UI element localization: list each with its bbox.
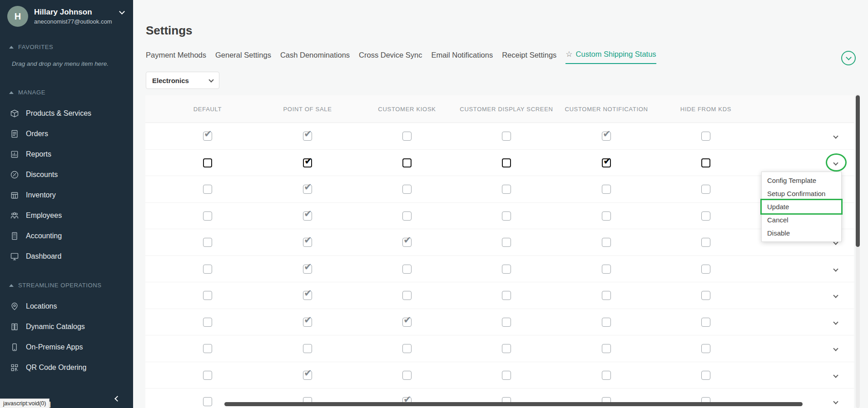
tab-custom-shipping-status[interactable]: ☆Custom Shipping Status xyxy=(565,50,656,64)
row-actions-chevron[interactable] xyxy=(831,133,840,142)
checkbox-customer-notification[interactable] xyxy=(602,318,611,327)
menu-item-setup-confirmation[interactable]: Setup Confirmation xyxy=(762,187,841,200)
checkbox-customer-display-screen[interactable] xyxy=(502,185,511,194)
checkbox-hide-from-kds[interactable] xyxy=(701,238,710,247)
checkbox-customer-display-screen[interactable] xyxy=(502,211,511,221)
checkbox-point-of-sale[interactable] xyxy=(303,211,312,221)
checkbox-customer-kiosk[interactable] xyxy=(402,185,412,194)
checkbox-default[interactable] xyxy=(203,265,212,274)
tab-email-notifications[interactable]: Email Notifications xyxy=(431,51,493,64)
chevron-down-icon[interactable] xyxy=(120,7,124,15)
menu-item-disable[interactable]: Disable xyxy=(762,226,841,240)
tab-general-settings[interactable]: General Settings xyxy=(215,51,271,64)
menu-item-update[interactable]: Update xyxy=(762,200,841,213)
checkbox-hide-from-kds[interactable] xyxy=(701,185,710,194)
checkbox-default[interactable] xyxy=(203,344,212,353)
row-actions-chevron[interactable] xyxy=(831,345,840,354)
checkbox-point-of-sale[interactable] xyxy=(303,371,312,380)
section-header-manage[interactable]: MANAGE xyxy=(0,89,133,96)
horizontal-scrollbar-thumb[interactable] xyxy=(224,402,803,406)
checkbox-hide-from-kds[interactable] xyxy=(701,291,710,300)
vertical-scrollbar-thumb[interactable] xyxy=(856,95,860,247)
tabs-overflow-chevron-button[interactable] xyxy=(841,51,856,65)
checkbox-customer-kiosk[interactable] xyxy=(402,265,412,274)
checkbox-customer-notification[interactable] xyxy=(602,238,611,247)
checkbox-customer-kiosk[interactable] xyxy=(402,291,412,300)
checkbox-customer-kiosk[interactable] xyxy=(402,238,412,247)
tab-receipt-settings[interactable]: Receipt Settings xyxy=(502,51,556,64)
section-header-streamline-operations[interactable]: STREAMLINE OPERATIONS xyxy=(0,282,133,289)
checkbox-hide-from-kds[interactable] xyxy=(701,344,710,353)
checkbox-point-of-sale[interactable] xyxy=(303,265,312,274)
checkbox-customer-kiosk[interactable] xyxy=(402,318,412,327)
checkbox-customer-notification[interactable] xyxy=(602,291,611,300)
checkbox-default[interactable] xyxy=(203,185,212,194)
checkbox-default[interactable] xyxy=(203,371,212,380)
checkbox-point-of-sale[interactable] xyxy=(303,158,312,167)
checkbox-point-of-sale[interactable] xyxy=(303,238,312,247)
row-actions-chevron[interactable] xyxy=(831,265,840,275)
checkbox-customer-display-screen[interactable] xyxy=(502,238,511,247)
checkbox-customer-kiosk[interactable] xyxy=(402,158,412,167)
checkbox-customer-kiosk[interactable] xyxy=(402,344,412,353)
checkbox-default[interactable] xyxy=(203,238,212,247)
row-actions-chevron[interactable] xyxy=(831,292,840,301)
checkbox-point-of-sale[interactable] xyxy=(303,132,312,141)
checkbox-customer-display-screen[interactable] xyxy=(502,265,511,274)
checkbox-customer-notification[interactable] xyxy=(602,344,611,353)
row-actions-chevron[interactable] xyxy=(831,398,840,407)
checkbox-customer-notification[interactable] xyxy=(602,371,611,380)
sidebar-item-accounting[interactable]: Accounting xyxy=(0,226,133,246)
checkbox-hide-from-kds[interactable] xyxy=(701,318,710,327)
checkbox-hide-from-kds[interactable] xyxy=(701,211,710,221)
checkbox-default[interactable] xyxy=(203,318,212,327)
sidebar-item-inventory[interactable]: Inventory xyxy=(0,185,133,205)
checkbox-customer-display-screen[interactable] xyxy=(502,344,511,353)
sidebar-collapse-button[interactable] xyxy=(115,394,119,403)
sidebar-item-products-services[interactable]: Products & Services xyxy=(0,103,133,123)
checkbox-customer-display-screen[interactable] xyxy=(502,318,511,327)
checkbox-point-of-sale[interactable] xyxy=(303,318,312,327)
checkbox-customer-notification[interactable] xyxy=(602,132,611,141)
checkbox-hide-from-kds[interactable] xyxy=(701,158,710,167)
category-select[interactable]: Electronics xyxy=(146,72,219,89)
tab-cross-device-sync[interactable]: Cross Device Sync xyxy=(359,51,422,64)
sidebar-item-orders[interactable]: Orders xyxy=(0,123,133,144)
checkbox-default[interactable] xyxy=(203,211,212,221)
checkbox-customer-display-screen[interactable] xyxy=(502,371,511,380)
checkbox-customer-notification[interactable] xyxy=(602,158,611,167)
sidebar-item-on-premise-apps[interactable]: On-Premise Apps xyxy=(0,337,133,357)
sidebar-item-dashboard[interactable]: Dashboard xyxy=(0,246,133,266)
checkbox-customer-display-screen[interactable] xyxy=(502,158,511,167)
menu-item-cancel[interactable]: Cancel xyxy=(762,213,841,226)
row-actions-chevron[interactable] xyxy=(831,372,840,381)
checkbox-customer-notification[interactable] xyxy=(602,265,611,274)
menu-item-config-template[interactable]: Config Template xyxy=(762,174,841,187)
checkbox-point-of-sale[interactable] xyxy=(303,291,312,300)
checkbox-hide-from-kds[interactable] xyxy=(701,265,710,274)
checkbox-point-of-sale[interactable] xyxy=(303,344,312,353)
row-actions-chevron[interactable] xyxy=(831,319,840,328)
checkbox-default[interactable] xyxy=(203,291,212,300)
checkbox-customer-notification[interactable] xyxy=(602,185,611,194)
sidebar-item-employees[interactable]: Employees xyxy=(0,205,133,226)
checkbox-point-of-sale[interactable] xyxy=(303,185,312,194)
checkbox-customer-kiosk[interactable] xyxy=(402,371,412,380)
checkbox-customer-display-screen[interactable] xyxy=(502,291,511,300)
checkbox-default[interactable] xyxy=(203,158,212,167)
sidebar-item-locations[interactable]: Locations xyxy=(0,296,133,316)
sidebar-item-discounts[interactable]: Discounts xyxy=(0,164,133,185)
checkbox-customer-kiosk[interactable] xyxy=(402,132,412,141)
sidebar-item-reports[interactable]: Reports xyxy=(0,144,133,164)
user-profile[interactable]: H Hillary Johnson aneconomist77@outlook.… xyxy=(0,0,133,33)
tab-cash-denominations[interactable]: Cash Denominations xyxy=(280,51,350,64)
sidebar-item-qr-code-ordering[interactable]: QR Code Ordering xyxy=(0,357,133,378)
checkbox-hide-from-kds[interactable] xyxy=(701,371,710,380)
checkbox-hide-from-kds[interactable] xyxy=(701,132,710,141)
checkbox-default[interactable] xyxy=(203,397,212,406)
checkbox-default[interactable] xyxy=(203,132,212,141)
tab-payment-methods[interactable]: Payment Methods xyxy=(146,51,206,64)
sidebar-item-dynamic-catalogs[interactable]: Dynamic Catalogs xyxy=(0,316,133,337)
checkbox-customer-kiosk[interactable] xyxy=(402,211,412,221)
checkbox-customer-display-screen[interactable] xyxy=(502,132,511,141)
